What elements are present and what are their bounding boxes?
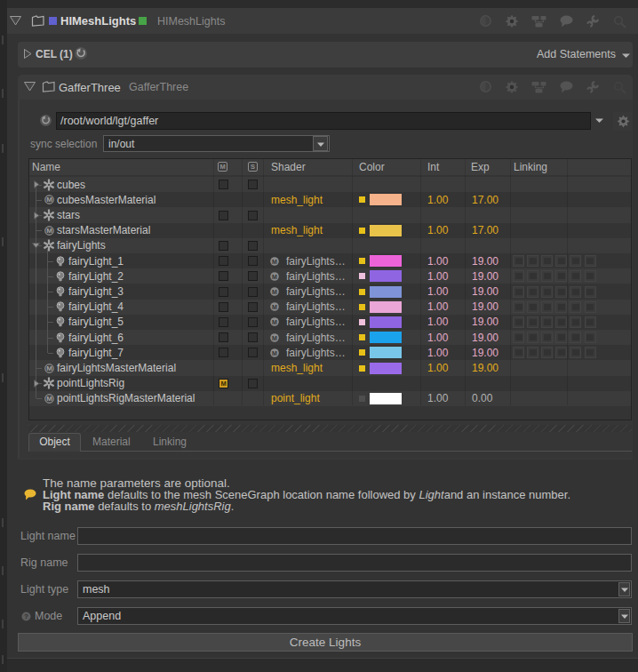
svg-text:M: M [46, 395, 52, 403]
svg-text:S: S [251, 163, 255, 171]
svg-text:M: M [272, 349, 277, 356]
svg-text:?: ? [24, 612, 28, 620]
svg-text:M: M [219, 163, 225, 171]
svg-text:M: M [272, 273, 277, 279]
svg-text:M: M [272, 289, 277, 295]
svg-text:M: M [272, 319, 277, 325]
svg-text:M: M [272, 304, 277, 310]
svg-text:M: M [46, 227, 52, 235]
svg-text:M: M [272, 258, 277, 264]
svg-text:M: M [272, 334, 277, 340]
svg-text:M: M [46, 364, 52, 372]
svg-text:M: M [46, 196, 52, 204]
